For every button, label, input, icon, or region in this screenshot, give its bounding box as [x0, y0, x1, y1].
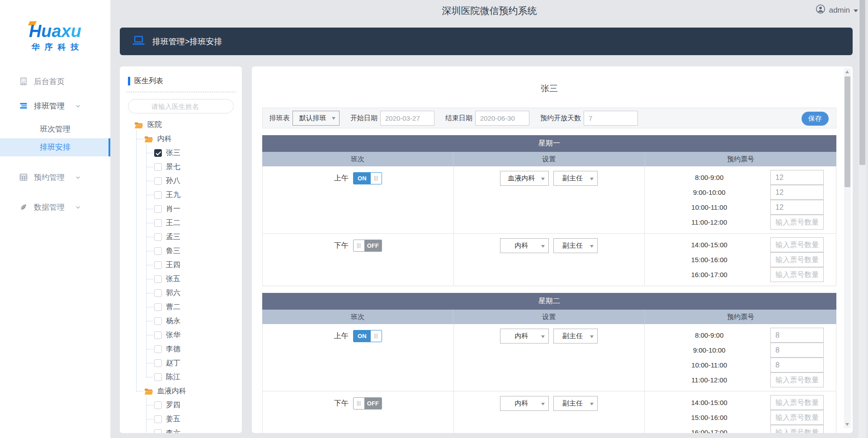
ticket-count-input[interactable] [770, 343, 824, 358]
shift-toggle[interactable]: OFF [353, 240, 382, 252]
sidebar-item-schedule-arrange[interactable]: 排班安排 [0, 138, 110, 156]
doctor-item[interactable]: 张五 [154, 272, 242, 286]
doctor-checkbox[interactable] [154, 317, 162, 325]
ticket-count-input[interactable] [770, 252, 824, 267]
tree-node-department[interactable]: 血液内科 [144, 384, 242, 398]
doctor-item[interactable]: 李德 [154, 342, 242, 356]
doctor-checkbox[interactable] [154, 219, 162, 227]
doctor-item[interactable]: 杨永 [154, 314, 242, 328]
tree-node-hospital[interactable]: 医院 [134, 118, 242, 132]
doctor-checkbox[interactable] [154, 359, 162, 367]
tree-node-department[interactable]: 内科 [144, 132, 242, 146]
slot-time-label: 11:00-12:00 [665, 218, 753, 226]
doctor-item[interactable]: 张三 [154, 146, 242, 160]
scroll-up-arrow-icon[interactable] [845, 71, 849, 73]
doctor-checkbox[interactable] [154, 163, 162, 171]
department-select[interactable]: 内科 [500, 238, 549, 253]
ticket-count-input[interactable] [770, 425, 824, 433]
doctor-item[interactable]: 孟三 [154, 230, 242, 244]
sidebar-item-label: 数据管理 [34, 202, 65, 212]
sidebar-item-shift-mgmt[interactable]: 班次管理 [0, 120, 110, 138]
doctor-checkbox[interactable] [154, 401, 162, 409]
ticket-count-input[interactable] [770, 395, 824, 410]
panel-scrollbar-thumb[interactable] [844, 76, 850, 187]
doctor-checkbox[interactable] [154, 289, 162, 297]
sidebar-item-schedule-mgmt[interactable]: 排班管理 [0, 96, 110, 116]
sidebar-item-appointment-mgmt[interactable]: 预约管理 [0, 167, 110, 187]
doctor-name: 张华 [166, 330, 180, 340]
search-icon[interactable] [241, 102, 242, 111]
doctor-checkbox[interactable] [154, 233, 162, 241]
title-select[interactable]: 副主任 [553, 238, 598, 253]
doctor-item[interactable]: 姜五 [154, 412, 242, 426]
doctor-item[interactable]: 罗四 [154, 398, 242, 412]
save-button[interactable]: 保存 [802, 112, 829, 126]
doctor-checkbox[interactable] [154, 177, 162, 185]
ticket-count-input[interactable] [770, 372, 824, 387]
doctor-checkbox[interactable] [154, 345, 162, 353]
shift-toggle[interactable]: ON [353, 172, 382, 184]
doctor-checkbox[interactable] [154, 415, 162, 423]
doctor-checkbox[interactable] [154, 429, 162, 433]
doctor-checkbox[interactable] [154, 205, 162, 213]
time-slot-row: 16:00-17:00 [645, 267, 836, 282]
ticket-count-input[interactable] [770, 410, 824, 425]
ticket-count-input[interactable] [770, 185, 824, 200]
department-select[interactable]: 内科 [500, 396, 549, 411]
title-select[interactable]: 副主任 [553, 171, 598, 186]
doctor-name: 姜五 [166, 414, 180, 424]
ticket-count-input[interactable] [770, 358, 824, 372]
doctor-item[interactable]: 赵丁 [154, 356, 242, 370]
doctor-name: 罗四 [166, 400, 180, 410]
department-select[interactable]: 内科 [500, 329, 549, 344]
end-date-input[interactable] [475, 111, 529, 126]
slot-time-label: 8:00-9:00 [665, 174, 753, 181]
caret-down-icon [854, 9, 858, 12]
doctor-checkbox[interactable] [154, 275, 162, 283]
start-date-input[interactable] [380, 111, 434, 126]
ticket-count-input[interactable] [770, 215, 824, 230]
shift-row: 上午ON内科副主任8:00-9:009:00-10:0010:00-11:001… [263, 324, 836, 391]
schedule-table-select[interactable]: 默认排班 [292, 111, 340, 126]
ticket-count-input[interactable] [770, 170, 824, 185]
doctor-item[interactable]: 孙八 [154, 174, 242, 188]
ticket-count-input[interactable] [770, 267, 824, 282]
shift-toggle[interactable]: ON [353, 330, 382, 342]
doctor-checkbox[interactable] [154, 331, 162, 339]
scroll-down-arrow-icon[interactable] [845, 423, 849, 426]
column-header: 预约票号 [645, 152, 836, 166]
sidebar-item-data-mgmt[interactable]: 数据管理 [0, 197, 110, 217]
doctor-item[interactable]: 鲁三 [154, 244, 242, 258]
doctor-item[interactable]: 李六 [154, 426, 242, 433]
doctor-item[interactable]: 王九 [154, 188, 242, 202]
doctor-checkbox[interactable] [154, 261, 162, 269]
doctor-item[interactable]: 王四 [154, 258, 242, 272]
doctor-name: 杨永 [166, 316, 180, 326]
doctor-item[interactable]: 景七 [154, 160, 242, 174]
ticket-count-input[interactable] [770, 328, 824, 343]
doctor-checkbox[interactable] [154, 149, 162, 157]
shift-toggle[interactable]: OFF [353, 397, 382, 410]
title-select[interactable]: 副主任 [553, 396, 598, 411]
doctor-checkbox[interactable] [154, 191, 162, 199]
doctor-search-input[interactable] [134, 103, 241, 110]
open-days-input[interactable] [584, 111, 638, 126]
doctor-item[interactable]: 王二 [154, 216, 242, 230]
ticket-count-input[interactable] [770, 200, 824, 215]
page-scrollbar-thumb[interactable] [859, 0, 865, 165]
doctor-item[interactable]: 陈江 [154, 370, 242, 384]
settings-cell: 血液内科副主任 [454, 166, 645, 233]
title-select[interactable]: 副主任 [553, 329, 598, 344]
doctor-checkbox[interactable] [154, 373, 162, 381]
sidebar-item-home[interactable]: 后台首页 [0, 71, 110, 91]
ticket-count-input[interactable] [770, 237, 824, 252]
doctor-item[interactable]: 曹二 [154, 300, 242, 314]
department-select[interactable]: 血液内科 [500, 171, 549, 186]
user-menu[interactable]: admin [816, 4, 858, 16]
doctor-item[interactable]: 张华 [154, 328, 242, 342]
doctor-item[interactable]: 郭六 [154, 286, 242, 300]
doctor-checkbox[interactable] [154, 303, 162, 311]
doctor-item[interactable]: 肖一 [154, 202, 242, 216]
ticket-cell: 8:00-9:009:00-10:0010:00-11:0011:00-12:0… [645, 324, 836, 391]
doctor-checkbox[interactable] [154, 247, 162, 255]
